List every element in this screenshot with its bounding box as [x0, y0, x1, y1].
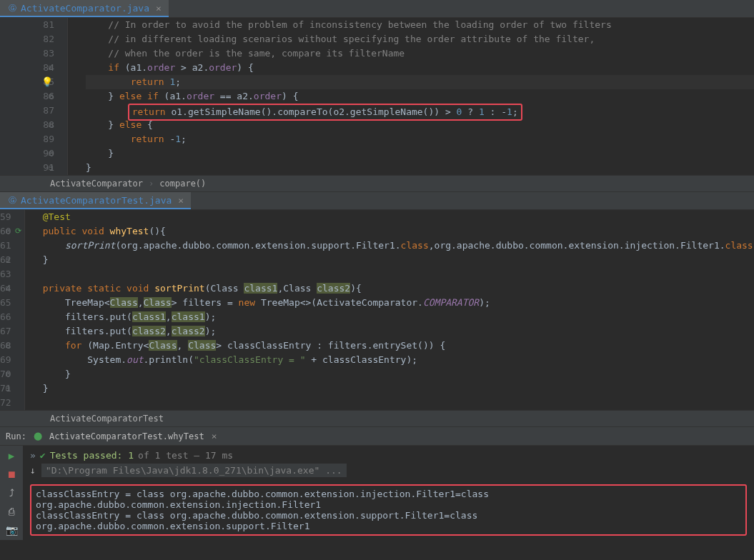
run-bar: Run: ⬤ ActivateComparatorTest.whyTest × [0, 427, 754, 446]
code-line[interactable]: } [86, 161, 754, 175]
fold-icon[interactable]: ⊟ [6, 381, 10, 396]
code-line[interactable]: System.out.println("classClassEntry = " … [43, 353, 754, 367]
rerun-icon[interactable]: ▶ [9, 450, 14, 461]
stop-icon[interactable]: ⏹ [6, 469, 16, 480]
editor1-code[interactable]: // In order to avoid the problem of inco… [68, 18, 754, 175]
run-config-icon: ⬤ [34, 431, 42, 441]
intention-bulb-icon[interactable]: 💡 [41, 75, 53, 89]
status-count: 1 [128, 450, 134, 461]
fold-icon[interactable]: ⊟ [6, 367, 10, 381]
editor1-breadcrumb: ActivateComparator › compare() [0, 175, 754, 192]
breadcrumb-item[interactable]: compare() [159, 179, 206, 189]
test-status-bar: » ✔ Tests passed: 1 of 1 test – 17 ms [30, 450, 747, 461]
editor1-tab-bar: Ⓖ ActivateComparator.java × [0, 0, 754, 18]
editor1: 81828384⊟85💡86⊟8788⊟8990⊟91⊟ // In order… [0, 18, 754, 175]
code-line[interactable]: } [43, 253, 754, 267]
fold-icon[interactable]: ⊟ [6, 253, 10, 267]
code-line[interactable]: filters.put(class1,class1); [43, 310, 754, 324]
editor2-tab-label: ActivateComparatorTest.java [21, 195, 172, 206]
code-line[interactable]: } [86, 146, 754, 161]
code-line[interactable] [43, 396, 754, 410]
code-line[interactable]: } [43, 367, 754, 381]
chevrons-icon: » [30, 450, 36, 461]
close-icon[interactable]: × [156, 3, 162, 14]
fold-icon[interactable]: ⊟ [6, 224, 10, 239]
editor1-tab-label: ActivateComparator.java [21, 3, 149, 14]
fold-icon[interactable]: ⊟ [49, 161, 53, 175]
editor2: 5960⊟⟳6162⊟6364⊟65666768⊟6970⊟71⊟72 @Tes… [0, 210, 754, 410]
pin-icon[interactable]: ⎙ [9, 506, 14, 517]
code-line[interactable]: // when the order is the same, compare i… [86, 46, 754, 61]
java-file-icon: Ⓖ [7, 195, 17, 205]
status-suffix: of 1 test – 17 ms [138, 450, 233, 461]
output-line: classClassEntry = class org.apache.dubbo… [36, 510, 741, 531]
scroll-down-icon[interactable]: ↓ [30, 465, 36, 476]
cmd-line: "D:\Program Files\Java\jdk1.8.0_271\bin\… [41, 464, 347, 477]
output-line: classClassEntry = class org.apache.dubbo… [36, 489, 741, 510]
run-panel: ▶ ⏹ ⤴ ⎙ 📷 » ✔ Tests passed: 1 of 1 test … [0, 446, 754, 540]
console-output[interactable]: classClassEntry = class org.apache.dubbo… [30, 484, 747, 536]
code-line[interactable]: TreeMap<Class,Class> filters = new TreeM… [43, 296, 754, 310]
run-toolbar: ▶ ⏹ ⤴ ⎙ 📷 [0, 446, 23, 540]
code-line[interactable]: public void whyTest(){ [43, 224, 754, 239]
run-config-title[interactable]: ActivateComparatorTest.whyTest [49, 431, 204, 441]
code-line[interactable]: for (Map.Entry<Class, Class> classClassE… [43, 339, 754, 353]
code-line[interactable]: @Test [43, 210, 754, 224]
fold-icon[interactable]: ⊟ [49, 118, 53, 132]
code-line[interactable] [43, 267, 754, 281]
code-line[interactable]: // in different loading scenarios withou… [86, 32, 754, 46]
run-label: Run: [6, 431, 26, 441]
code-line[interactable]: private static void sortPrint(Class clas… [43, 281, 754, 296]
java-file-icon: Ⓖ [7, 3, 17, 13]
code-line[interactable]: filters.put(class2,class2); [43, 324, 754, 339]
status-prefix: Tests passed: [50, 450, 123, 461]
code-line[interactable]: return o1.getSimpleName().compareTo(o2.g… [86, 104, 754, 118]
editor2-tab-bar: Ⓖ ActivateComparatorTest.java × [0, 192, 754, 210]
close-icon[interactable]: × [178, 195, 184, 206]
fold-icon[interactable]: ⊟ [49, 61, 53, 75]
layout-icon[interactable]: ⤴ [9, 487, 14, 499]
run-content: » ✔ Tests passed: 1 of 1 test – 17 ms ↓ … [23, 446, 754, 540]
camera-icon[interactable]: 📷 [6, 524, 18, 536]
editor2-tab[interactable]: Ⓖ ActivateComparatorTest.java × [0, 192, 191, 209]
fold-icon[interactable]: ⊟ [6, 339, 10, 353]
editor1-gutter: 81828384⊟85💡86⊟8788⊟8990⊟91⊟ [0, 18, 68, 175]
code-line[interactable]: return 1; [86, 75, 754, 89]
code-line[interactable]: if (a1.order > a2.order) { [86, 61, 754, 75]
breadcrumb-sep: › [149, 179, 154, 189]
editor2-breadcrumb: ActivateComparatorTest [0, 410, 754, 427]
code-line[interactable]: } else if (a1.order == a2.order) { [86, 89, 754, 104]
breadcrumb-item[interactable]: ActivateComparatorTest [50, 414, 164, 424]
rerun-gutter-icon[interactable]: ⟳ [15, 224, 21, 239]
fold-icon[interactable]: ⊟ [6, 281, 10, 296]
code-line[interactable]: } [43, 381, 754, 396]
breadcrumb-item[interactable]: ActivateComparator [50, 179, 143, 189]
close-icon[interactable]: × [212, 431, 217, 441]
editor2-gutter: 5960⊟⟳6162⊟6364⊟65666768⊟6970⊟71⊟72 [0, 210, 25, 410]
editor2-code[interactable]: @Testpublic void whyTest(){ sortPrint(or… [25, 210, 754, 410]
editor1-tab[interactable]: Ⓖ ActivateComparator.java × [0, 0, 169, 17]
code-line[interactable]: return -1; [86, 132, 754, 146]
pass-icon: ✔ [40, 450, 46, 461]
code-line[interactable]: // In order to avoid the problem of inco… [86, 18, 754, 32]
fold-icon[interactable]: ⊟ [49, 89, 53, 104]
fold-icon[interactable]: ⊟ [49, 146, 53, 161]
code-line[interactable]: sortPrint(org.apache.dubbo.common.extens… [43, 239, 754, 253]
